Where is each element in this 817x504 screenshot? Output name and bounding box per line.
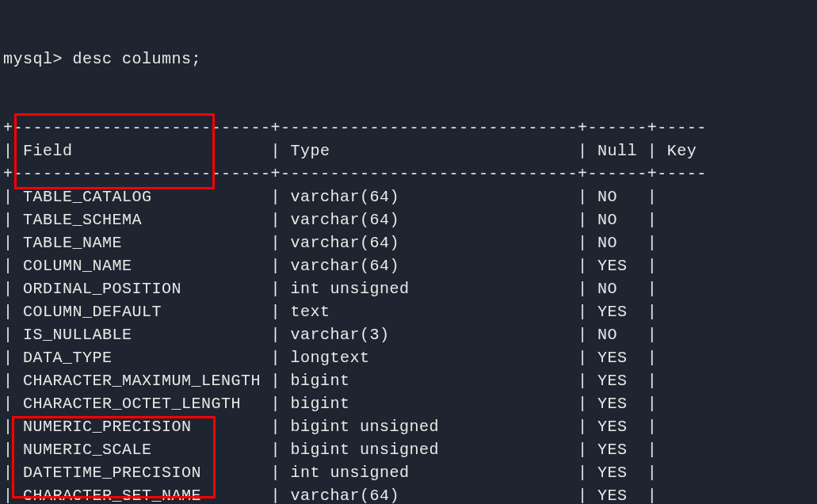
- table-row: | TABLE_NAME | varchar(64) | NO |: [3, 231, 814, 254]
- table-border-header: +--------------------------+------------…: [3, 162, 814, 185]
- command-line[interactable]: mysql> desc columns;: [3, 48, 814, 71]
- table-row: | CHARACTER_OCTET_LENGTH | bigint | YES …: [3, 392, 814, 415]
- table-row: | TABLE_SCHEMA | varchar(64) | NO |: [3, 208, 814, 231]
- table-row: | DATA_TYPE | longtext | YES |: [3, 346, 814, 369]
- table-row: | COLUMN_NAME | varchar(64) | YES |: [3, 254, 814, 277]
- table-row: | IS_NULLABLE | varchar(3) | NO |: [3, 323, 814, 346]
- table-row: | COLUMN_DEFAULT | text | YES |: [3, 300, 814, 323]
- table-row: | DATETIME_PRECISION | int unsigned | YE…: [3, 461, 814, 484]
- table-row: | CHARACTER_MAXIMUM_LENGTH | bigint | YE…: [3, 369, 814, 392]
- table-row: | NUMERIC_PRECISION | bigint unsigned | …: [3, 415, 814, 438]
- table-border-top: +--------------------------+------------…: [3, 116, 814, 139]
- table-row: | NUMERIC_SCALE | bigint unsigned | YES …: [3, 438, 814, 461]
- terminal-output: mysql> desc columns; +------------------…: [0, 0, 817, 504]
- table-row: | ORDINAL_POSITION | int unsigned | NO |: [3, 277, 814, 300]
- table-row: | CHARACTER_SET_NAME | varchar(64) | YES…: [3, 484, 814, 504]
- sql-command: desc columns;: [73, 50, 202, 68]
- mysql-prompt: mysql>: [3, 50, 63, 68]
- table-row: | TABLE_CATALOG | varchar(64) | NO |: [3, 185, 814, 208]
- table-header-row: | Field | Type | Null | Key: [3, 139, 814, 162]
- query-result-table: +--------------------------+------------…: [3, 116, 814, 504]
